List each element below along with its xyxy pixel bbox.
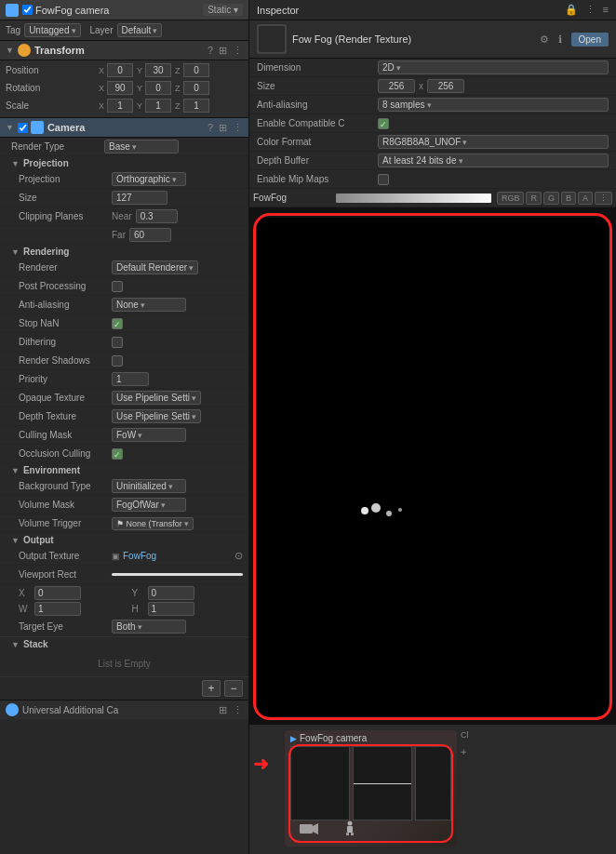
lock-icon[interactable]: 🔒	[565, 4, 578, 16]
bottom-settings-icon[interactable]: ⊞	[219, 704, 227, 716]
depth-buffer-dropdown[interactable]: At least 24 bits de	[378, 153, 609, 167]
viewport-x-label: X	[19, 588, 32, 598]
channel-a-button[interactable]: A	[578, 192, 593, 205]
near-input[interactable]	[136, 209, 178, 223]
camera-section-header[interactable]: ▼ Camera ? ⊞ ⋮	[0, 117, 248, 138]
culling-mask-dropdown[interactable]: FoW	[112, 428, 186, 442]
channel-r-button[interactable]: R	[526, 192, 542, 205]
tag-label: Tag	[6, 25, 20, 35]
output-texture-type-icon: ▣	[112, 552, 120, 561]
scale-z-input[interactable]	[183, 99, 209, 113]
asset-info-icon[interactable]: ℹ	[558, 33, 562, 46]
side-plus-button[interactable]: +	[461, 746, 469, 757]
stack-add-button[interactable]: +	[202, 680, 221, 697]
more-icon[interactable]: ⋮	[233, 45, 243, 57]
far-input[interactable]	[129, 228, 171, 242]
camera-settings-icon[interactable]: ⊞	[219, 122, 227, 134]
enable-compatible-checkbox[interactable]	[378, 118, 389, 129]
channel-rgb-button[interactable]: RGB	[497, 192, 525, 205]
stack-remove-button[interactable]: −	[224, 680, 243, 697]
active-toggle[interactable]	[22, 5, 33, 15]
depth-texture-dropdown[interactable]: Use Pipeline Setti	[112, 409, 201, 423]
renderer-dropdown[interactable]: Default Renderer	[112, 260, 198, 274]
dithering-checkbox[interactable]	[112, 337, 123, 348]
viewport-w-input[interactable]	[34, 602, 81, 616]
render-shadows-checkbox[interactable]	[112, 355, 123, 367]
priority-input[interactable]	[112, 372, 149, 386]
projection-header[interactable]: ▼ Projection	[0, 156, 248, 170]
stack-header[interactable]: ▼ Stack	[0, 637, 248, 651]
right-panel: Inspector 🔒 ⋮ ≡ Fow Fog (Render Texture)…	[249, 0, 616, 854]
size-width-input[interactable]	[378, 79, 415, 93]
post-processing-label: Post Processing	[19, 281, 112, 291]
inspector-menu-icon[interactable]: ⋮	[585, 4, 596, 16]
position-y-input[interactable]	[145, 63, 171, 77]
output-header[interactable]: ▼ Output	[0, 533, 248, 547]
projection-title: Projection	[23, 158, 69, 168]
priority-label: Priority	[19, 374, 112, 384]
output-texture-pick-icon[interactable]: ⊙	[234, 550, 243, 562]
target-eye-label: Target Eye	[19, 621, 112, 632]
dimension-dropdown[interactable]: 2D	[378, 60, 609, 74]
anti-aliasing-inspector-dropdown[interactable]: 8 samples	[378, 98, 609, 112]
rotation-x-input[interactable]	[107, 81, 133, 95]
size-height-input[interactable]	[427, 79, 464, 93]
inspector-more-icon[interactable]: ≡	[603, 4, 609, 16]
output-texture-value[interactable]: FowFog	[123, 551, 156, 561]
viewport-x-input[interactable]	[34, 586, 81, 600]
occlusion-culling-label: Occlusion Culling	[19, 448, 112, 459]
channel-gradient	[336, 193, 491, 203]
viewport-rect-slider[interactable]	[112, 573, 243, 576]
transform-section-header[interactable]: ▼ Transform ? ⊞ ⋮	[0, 40, 248, 60]
camera-help-icon[interactable]: ?	[208, 122, 213, 134]
viewport-y-input[interactable]	[148, 586, 194, 600]
channel-row: FowFog RGB R G B A ⋮	[249, 189, 616, 207]
occlusion-culling-checkbox[interactable]	[112, 448, 123, 460]
tag-dropdown[interactable]: Untagged	[24, 23, 80, 37]
rotation-y-input[interactable]	[145, 81, 171, 95]
culling-mask-label: Culling Mask	[19, 430, 112, 440]
scale-x-input[interactable]	[107, 99, 133, 113]
size-input[interactable]	[112, 191, 167, 205]
projection-dropdown[interactable]: Orthographic	[112, 172, 186, 186]
side-cl-button[interactable]: Cl	[461, 730, 469, 740]
open-button[interactable]: Open	[571, 33, 609, 47]
projection-section: ▼ Projection Projection Orthographic Siz…	[0, 156, 248, 245]
rotation-z-input[interactable]	[183, 81, 209, 95]
channel-b-button[interactable]: B	[561, 192, 576, 205]
enable-compatible-row: Enable Compatible C	[249, 114, 616, 133]
settings-icon[interactable]: ⊞	[219, 45, 227, 57]
near-label: Near	[112, 211, 132, 221]
volume-mask-dropdown[interactable]: FogOfWar	[112, 498, 186, 512]
thumb-panes	[290, 746, 451, 821]
camera-enable-toggle[interactable]	[18, 123, 28, 133]
color-format-dropdown[interactable]: R8G8B8A8_UNOF	[378, 135, 609, 149]
position-z-input[interactable]	[183, 63, 209, 77]
render-type-dropdown[interactable]: Base	[104, 140, 179, 153]
stack-empty-label: List is Empty	[0, 651, 248, 676]
position-x-input[interactable]	[107, 63, 133, 77]
scale-y-input[interactable]	[145, 99, 171, 113]
environment-header[interactable]: ▼ Environment	[0, 463, 248, 477]
static-badge[interactable]: Static ▾	[203, 4, 243, 16]
background-type-dropdown[interactable]: Uninitialized	[112, 479, 186, 493]
layer-dropdown[interactable]: Default	[117, 23, 163, 37]
viewport-h-input[interactable]	[148, 602, 194, 616]
target-eye-dropdown[interactable]: Both	[112, 620, 186, 634]
asset-settings-icon[interactable]: ⚙	[540, 33, 549, 46]
enable-mip-maps-checkbox[interactable]	[378, 174, 389, 185]
dimension-row: Dimension 2D	[249, 59, 616, 77]
channel-more-button[interactable]: ⋮	[595, 192, 612, 205]
anti-aliasing-dropdown[interactable]: None	[112, 298, 186, 312]
channel-g-button[interactable]: G	[543, 192, 559, 205]
camera-more-icon[interactable]: ⋮	[233, 122, 243, 134]
svg-rect-7	[347, 826, 353, 833]
stop-nan-checkbox[interactable]	[112, 318, 123, 329]
opaque-texture-dropdown[interactable]: Use Pipeline Setti	[112, 391, 201, 405]
viewport-rect-row: Viewport Rect	[0, 566, 248, 584]
rendering-header[interactable]: ▼ Rendering	[0, 245, 248, 259]
post-processing-checkbox[interactable]	[112, 281, 123, 292]
volume-trigger-dropdown[interactable]: ⚑ None (Transfor	[112, 517, 194, 530]
help-icon[interactable]: ?	[208, 45, 213, 57]
bottom-more-icon[interactable]: ⋮	[233, 704, 243, 716]
